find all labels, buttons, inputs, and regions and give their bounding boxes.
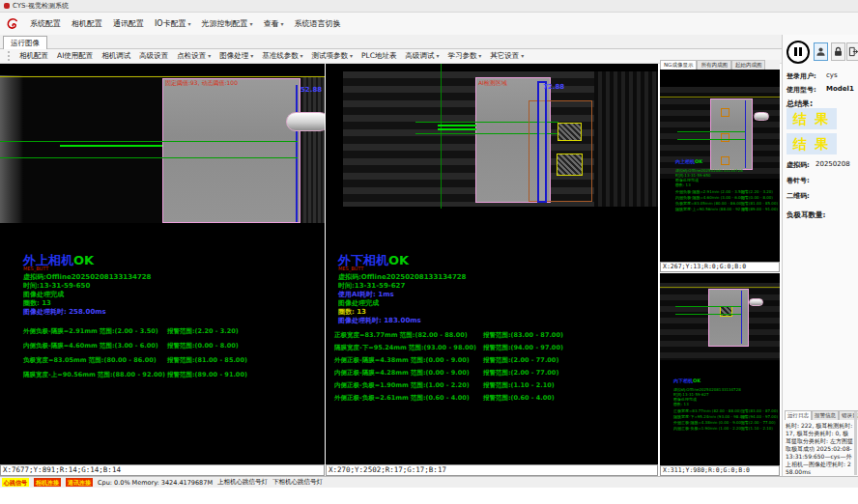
pause-button[interactable] bbox=[786, 41, 810, 64]
pixel-status-bar: X:270;Y:2502;R:17;G:17;B:17 bbox=[326, 464, 658, 476]
thumbnail-view-1[interactable]: 内上相机OK 虚拟码:Offline20250208133134728 时间:1… bbox=[660, 70, 780, 272]
lock-button[interactable] bbox=[831, 42, 845, 61]
tab-detect-box bbox=[721, 133, 729, 142]
menu-language-switch[interactable]: 系统语言切换 bbox=[294, 18, 340, 29]
model-value: Model1 bbox=[826, 85, 854, 93]
green-highlight-line bbox=[438, 128, 476, 130]
yellow-baseline bbox=[0, 76, 325, 77]
alarm-range: 报警范围:(83.00 - 87.00) bbox=[483, 331, 563, 340]
blue-measure-box bbox=[537, 81, 547, 203]
toolbar-grip-icon bbox=[8, 51, 10, 61]
pause-icon bbox=[799, 47, 802, 56]
green-edge-line bbox=[675, 314, 741, 315]
alarm-range: 报警(89.00 - 91.00) bbox=[741, 207, 778, 211]
alarm-range: 报警范围:(81.00 - 85.00) bbox=[167, 356, 247, 365]
app-icon bbox=[4, 3, 10, 9]
tab-detect-box bbox=[721, 156, 729, 165]
tool-advanced-debug[interactable]: 高级调试 bbox=[405, 51, 439, 61]
measurement-value: 外侧负极-隔膜=2.91mm 范围:(2.00 - 3.50) bbox=[23, 327, 158, 336]
tool-plc-address-table[interactable]: PLC地址表 bbox=[361, 51, 396, 61]
alarm-range: 报警范围:(0.00 - 8.00) bbox=[167, 342, 239, 350]
window-title: CYS-视觉检测系统 bbox=[13, 1, 69, 11]
alarm-range: 报警(2.20 - 3.20) bbox=[741, 189, 773, 194]
tool-other-settings[interactable]: 其它设置 bbox=[490, 51, 524, 61]
lock-icon bbox=[833, 46, 844, 57]
log-scrollbar[interactable] bbox=[854, 411, 857, 475]
measurement-value: 负极宽度=83.05mm 范围:(80.00 - 86.00) bbox=[23, 356, 157, 365]
tab-count-label: 负极耳数量: bbox=[786, 210, 826, 219]
cpu-memory-text: Cpu: 0.0% Memory: 3424.4179687M bbox=[98, 479, 213, 487]
model-label: 使用型号: bbox=[786, 86, 816, 94]
user-icon bbox=[815, 46, 826, 57]
log-text: 耗时: 222, 极耳检测耗时: 17, 极耳分类耗时: 0, 极耳提取分类耗时… bbox=[786, 422, 853, 476]
alarm-range: 报警范围:(0.60 - 4.00) bbox=[483, 394, 555, 403]
threshold-label: 固定阈值:93, 动态阈值:100 bbox=[165, 79, 238, 88]
green-edge-line bbox=[677, 139, 745, 140]
user-login-button[interactable] bbox=[814, 42, 828, 61]
alarm-range: 报警(94.00 - 97.00) bbox=[741, 414, 778, 419]
roll-region-box bbox=[708, 289, 749, 347]
cam-up-heartbeat-text: 上相机心跳信号灯 bbox=[217, 478, 268, 487]
measurement-value: 负极宽度=83.05mm (80.00 - 86.00) bbox=[675, 201, 743, 206]
menu-system-config[interactable]: 系统配置 bbox=[30, 18, 61, 29]
green-edge-line bbox=[677, 131, 745, 132]
tool-camera-debug[interactable]: 相机调试 bbox=[101, 51, 130, 61]
alarm-range: 报警范围:(2.00 - 77.00) bbox=[483, 356, 558, 365]
roll-region-box bbox=[162, 78, 300, 223]
tool-baseline-params[interactable]: 基准线参数 bbox=[262, 51, 302, 61]
tool-image-processing[interactable]: 图像处理 bbox=[219, 51, 253, 61]
menu-light-control-config[interactable]: 光源控制配置 bbox=[202, 18, 253, 29]
login-value: cys bbox=[826, 71, 838, 79]
pin-number-label: 卷针号: bbox=[786, 177, 810, 184]
tab-alarm-info[interactable]: 报警信息 bbox=[812, 410, 839, 420]
olive-baseline bbox=[660, 97, 780, 98]
measurement-value: 内侧正极-负极=1.90mm (1.00 - 2.20) bbox=[673, 426, 743, 431]
result-ok: OK bbox=[73, 253, 94, 267]
alarm-range: 报警(0.00 - 8.00) bbox=[741, 195, 773, 200]
tool-camera-config[interactable]: 相机配置 bbox=[19, 51, 48, 61]
thumbnail-view-2[interactable]: 内下相机OK 虚拟码:Offline20250208133134728 时间:1… bbox=[660, 273, 780, 476]
tab-run-image[interactable]: 运行图像 bbox=[3, 36, 47, 49]
camera-link-badge: 相机连接 bbox=[34, 478, 61, 487]
measurement-value: 外侧正极-隔膜=4.38mm (0.00 - 9.00) bbox=[673, 420, 743, 425]
blue-measure-line bbox=[296, 85, 298, 222]
olive-baseline bbox=[660, 287, 780, 288]
pixel-status-bar: X:267;Y:13;R:0;G:0;B:0 bbox=[660, 262, 780, 272]
menu-comm-config[interactable]: 通讯配置 bbox=[113, 18, 144, 29]
alarm-range: 报警范围:(89.00 - 91.00) bbox=[167, 371, 247, 379]
tool-spot-check-settings[interactable]: 点检设置 bbox=[177, 51, 211, 61]
tool-ai-config[interactable]: AI使用配置 bbox=[57, 51, 93, 61]
result-ok: OK bbox=[693, 378, 701, 383]
blue-measure-line bbox=[745, 100, 746, 168]
roller-pill bbox=[749, 298, 763, 306]
green-edge-line bbox=[675, 306, 741, 307]
measure-value-label: 72.88 bbox=[543, 83, 564, 91]
menu-camera-config[interactable]: 相机配置 bbox=[72, 18, 102, 29]
tab-start-inner-images[interactable]: 起始内成图 bbox=[731, 60, 766, 70]
cam-down-heartbeat-text: 下相机心跳信号灯 bbox=[272, 478, 323, 487]
camera-name: 内上相机 bbox=[675, 158, 695, 164]
measurement-value: 内侧负极-隔膜=4.60mm 范围:(3.00 - 6.00) bbox=[23, 342, 158, 350]
loop-count-line: 圈数: 13 bbox=[675, 182, 691, 187]
tab-all-inner-images[interactable]: 所有内成图 bbox=[697, 60, 731, 70]
right-camera-view[interactable]: AI检测区域 72.88 外下相机OK MES_BUTT 虚拟码:Offline… bbox=[326, 64, 658, 476]
menu-io-config[interactable]: IO卡配置 bbox=[155, 18, 191, 29]
tool-learning-params[interactable]: 学习参数 bbox=[447, 51, 481, 61]
machine-stripes bbox=[594, 71, 658, 207]
green-highlight-line bbox=[438, 125, 476, 126]
exit-button[interactable] bbox=[846, 42, 858, 61]
tab-run-log[interactable]: 运行日志 bbox=[785, 410, 812, 420]
process-time-line: 图像处理耗时: 183.00ms bbox=[338, 316, 421, 325]
green-edge-line bbox=[0, 157, 298, 158]
measure-value-label: 52.88 bbox=[300, 86, 322, 94]
tool-advanced-settings[interactable]: 高级设置 bbox=[139, 51, 168, 61]
menu-view[interactable]: 查看 bbox=[264, 18, 284, 29]
left-camera-view[interactable]: 固定阈值:93, 动态阈值:100 52.88 外上相机OK MES_BUTT … bbox=[0, 64, 325, 476]
pixel-status-bar: X:311;Y:980;R:0;G:0;B:0 bbox=[660, 465, 780, 476]
tab-ng-image[interactable]: NG成像显示 bbox=[660, 60, 697, 70]
tab-detect-box bbox=[557, 154, 583, 176]
vcode-label: 虚拟码: bbox=[786, 161, 810, 169]
titlebar: CYS-视觉检测系统 bbox=[0, 0, 858, 13]
process-time-line: 图像处理耗时: 258.00ms bbox=[23, 307, 106, 317]
tool-test-item-params[interactable]: 测试项参数 bbox=[312, 51, 353, 61]
